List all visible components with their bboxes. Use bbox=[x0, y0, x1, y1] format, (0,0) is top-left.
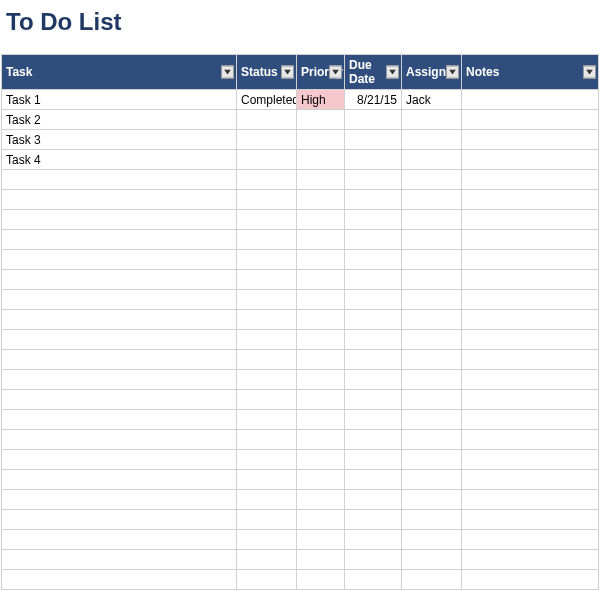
cell-status[interactable] bbox=[237, 390, 297, 410]
filter-task-button[interactable] bbox=[221, 66, 234, 79]
cell-status[interactable] bbox=[237, 570, 297, 590]
cell-priority[interactable] bbox=[297, 210, 345, 230]
cell-status[interactable] bbox=[237, 210, 297, 230]
cell-task[interactable] bbox=[2, 210, 237, 230]
cell-status[interactable] bbox=[237, 170, 297, 190]
cell-status[interactable] bbox=[237, 130, 297, 150]
cell-priority[interactable] bbox=[297, 450, 345, 470]
cell-status[interactable] bbox=[237, 270, 297, 290]
cell-task[interactable] bbox=[2, 230, 237, 250]
cell-due-date[interactable] bbox=[345, 250, 402, 270]
cell-priority[interactable] bbox=[297, 250, 345, 270]
cell-priority[interactable] bbox=[297, 330, 345, 350]
cell-priority[interactable] bbox=[297, 430, 345, 450]
cell-due-date[interactable] bbox=[345, 290, 402, 310]
cell-task[interactable]: Task 3 bbox=[2, 130, 237, 150]
cell-status[interactable] bbox=[237, 530, 297, 550]
cell-assignee[interactable] bbox=[402, 510, 462, 530]
cell-assignee[interactable] bbox=[402, 390, 462, 410]
cell-notes[interactable] bbox=[462, 310, 599, 330]
cell-task[interactable]: Task 2 bbox=[2, 110, 237, 130]
cell-due-date[interactable]: 8/21/15 bbox=[345, 90, 402, 110]
cell-notes[interactable] bbox=[462, 390, 599, 410]
cell-assignee[interactable] bbox=[402, 250, 462, 270]
cell-status[interactable] bbox=[237, 230, 297, 250]
filter-assignee-button[interactable] bbox=[446, 66, 459, 79]
cell-notes[interactable] bbox=[462, 370, 599, 390]
cell-notes[interactable] bbox=[462, 490, 599, 510]
cell-notes[interactable] bbox=[462, 230, 599, 250]
cell-assignee[interactable] bbox=[402, 310, 462, 330]
cell-notes[interactable] bbox=[462, 350, 599, 370]
cell-task[interactable] bbox=[2, 450, 237, 470]
cell-priority[interactable] bbox=[297, 110, 345, 130]
cell-status[interactable] bbox=[237, 290, 297, 310]
cell-task[interactable] bbox=[2, 490, 237, 510]
cell-assignee[interactable] bbox=[402, 190, 462, 210]
cell-priority[interactable] bbox=[297, 410, 345, 430]
cell-notes[interactable] bbox=[462, 210, 599, 230]
cell-priority[interactable] bbox=[297, 230, 345, 250]
cell-due-date[interactable] bbox=[345, 450, 402, 470]
cell-assignee[interactable] bbox=[402, 270, 462, 290]
cell-priority[interactable] bbox=[297, 570, 345, 590]
cell-notes[interactable] bbox=[462, 470, 599, 490]
cell-notes[interactable] bbox=[462, 250, 599, 270]
cell-assignee[interactable] bbox=[402, 430, 462, 450]
cell-due-date[interactable] bbox=[345, 570, 402, 590]
cell-assignee[interactable] bbox=[402, 230, 462, 250]
cell-notes[interactable] bbox=[462, 410, 599, 430]
cell-notes[interactable] bbox=[462, 170, 599, 190]
cell-assignee[interactable] bbox=[402, 490, 462, 510]
cell-task[interactable] bbox=[2, 170, 237, 190]
cell-assignee[interactable] bbox=[402, 210, 462, 230]
cell-task[interactable] bbox=[2, 510, 237, 530]
cell-assignee[interactable] bbox=[402, 130, 462, 150]
cell-notes[interactable] bbox=[462, 570, 599, 590]
cell-notes[interactable] bbox=[462, 330, 599, 350]
header-status[interactable]: Status bbox=[237, 55, 297, 90]
cell-task[interactable]: Task 4 bbox=[2, 150, 237, 170]
cell-due-date[interactable] bbox=[345, 330, 402, 350]
cell-task[interactable] bbox=[2, 370, 237, 390]
cell-status[interactable] bbox=[237, 430, 297, 450]
cell-notes[interactable] bbox=[462, 510, 599, 530]
cell-status[interactable] bbox=[237, 150, 297, 170]
filter-priority-button[interactable] bbox=[329, 66, 342, 79]
cell-task[interactable] bbox=[2, 550, 237, 570]
cell-notes[interactable] bbox=[462, 130, 599, 150]
cell-priority[interactable] bbox=[297, 510, 345, 530]
cell-assignee[interactable] bbox=[402, 570, 462, 590]
cell-assignee[interactable] bbox=[402, 290, 462, 310]
cell-due-date[interactable] bbox=[345, 110, 402, 130]
header-notes[interactable]: Notes bbox=[462, 55, 599, 90]
cell-due-date[interactable] bbox=[345, 270, 402, 290]
cell-task[interactable] bbox=[2, 410, 237, 430]
cell-notes[interactable] bbox=[462, 430, 599, 450]
cell-notes[interactable] bbox=[462, 270, 599, 290]
cell-status[interactable] bbox=[237, 450, 297, 470]
cell-due-date[interactable] bbox=[345, 210, 402, 230]
cell-due-date[interactable] bbox=[345, 310, 402, 330]
cell-status[interactable] bbox=[237, 250, 297, 270]
cell-task[interactable] bbox=[2, 330, 237, 350]
cell-priority[interactable] bbox=[297, 550, 345, 570]
cell-due-date[interactable] bbox=[345, 410, 402, 430]
cell-assignee[interactable] bbox=[402, 550, 462, 570]
cell-notes[interactable] bbox=[462, 110, 599, 130]
cell-priority[interactable] bbox=[297, 190, 345, 210]
cell-notes[interactable] bbox=[462, 550, 599, 570]
cell-priority[interactable] bbox=[297, 310, 345, 330]
cell-task[interactable] bbox=[2, 470, 237, 490]
cell-priority[interactable] bbox=[297, 470, 345, 490]
cell-status[interactable] bbox=[237, 190, 297, 210]
header-assignee[interactable]: Assignee bbox=[402, 55, 462, 90]
cell-priority[interactable] bbox=[297, 390, 345, 410]
cell-notes[interactable] bbox=[462, 190, 599, 210]
cell-task[interactable] bbox=[2, 530, 237, 550]
cell-due-date[interactable] bbox=[345, 170, 402, 190]
cell-due-date[interactable] bbox=[345, 370, 402, 390]
cell-task[interactable] bbox=[2, 390, 237, 410]
cell-status[interactable] bbox=[237, 550, 297, 570]
cell-task[interactable] bbox=[2, 350, 237, 370]
